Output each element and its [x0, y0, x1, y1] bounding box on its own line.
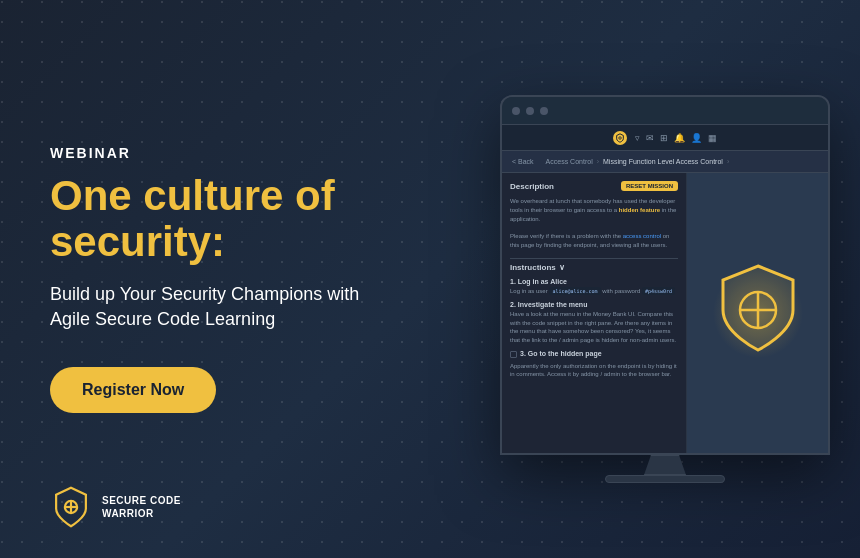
heading-line1: One culture of	[50, 172, 335, 219]
sub-heading: Build up Your Security Champions with Ag…	[50, 282, 370, 332]
monitor-icons-bar: ▿ ✉ ⊞ 🔔 👤 ▦	[502, 125, 828, 151]
breadcrumb-item2: Missing Function Level Access Control	[603, 158, 723, 165]
step1-code2: #p4ssw0rd	[642, 287, 675, 295]
desc-link: access control	[623, 233, 661, 239]
main-heading: One culture of security:	[50, 173, 370, 265]
dot-1	[512, 107, 520, 115]
dot-3	[540, 107, 548, 115]
step-3: 3. Go to the hidden page Apparently the …	[510, 350, 678, 379]
user-icon: 👤	[691, 133, 702, 143]
description-text2: Please verify if there is a problem with…	[510, 232, 678, 250]
monitor-stand	[630, 455, 700, 475]
step2-title: 2. Investigate the menu	[510, 301, 678, 308]
svg-point-5	[619, 136, 622, 139]
webinar-label: WEBINAR	[50, 145, 370, 161]
step1-text: Log in as user alice@alice.com with pass…	[510, 287, 678, 295]
logo-line2: WARRIOR	[102, 507, 181, 520]
step1-code: alice@alice.com	[549, 287, 600, 295]
step3-text: Apparently the only authorization on the…	[510, 362, 678, 379]
step-2: 2. Investigate the menu Have a look at t…	[510, 301, 678, 344]
monitor: ▿ ✉ ⊞ 🔔 👤 ▦ < Back Access Control › Miss…	[500, 95, 830, 455]
left-panel: Description RESET MISSION We overheard a…	[502, 173, 687, 453]
dot-2	[526, 107, 534, 115]
step2-text: Have a look at the menu in the Money Ban…	[510, 310, 678, 344]
left-content: WEBINAR One culture of security: Build u…	[0, 0, 420, 558]
app-content: Description RESET MISSION We overheard a…	[502, 173, 828, 453]
back-button[interactable]: < Back	[512, 158, 534, 165]
logo-line1: SECURE CODE	[102, 494, 181, 507]
logo-shield-icon	[50, 486, 92, 528]
description-section-title: Description RESET MISSION	[510, 181, 678, 191]
grid-icon: ⊞	[660, 133, 668, 143]
right-content: ▿ ✉ ⊞ 🔔 👤 ▦ < Back Access Control › Miss…	[420, 0, 860, 558]
desc-text3: Please verify if there is a problem with…	[510, 233, 621, 239]
logo-area: SECURE CODE WARRIOR	[50, 486, 181, 528]
step3-checkbox[interactable]	[510, 351, 517, 358]
step3-checkbox-row: 3. Go to the hidden page	[510, 350, 678, 359]
right-panel	[687, 173, 828, 453]
chevron-down-icon: ∨	[559, 263, 565, 272]
nav-icons: ▿ ✉ ⊞ 🔔 👤 ▦	[635, 133, 717, 143]
reset-mission-button[interactable]: RESET MISSION	[621, 181, 678, 191]
description-text: We overheard at lunch that somebody has …	[510, 197, 678, 224]
monitor-wrapper: ▿ ✉ ⊞ 🔔 👤 ▦ < Back Access Control › Miss…	[500, 95, 830, 483]
monitor-topbar	[502, 97, 828, 125]
instructions-label: Instructions	[510, 263, 556, 272]
step-1: 1. Log in as Alice Log in as user alice@…	[510, 278, 678, 295]
big-shield-icon	[708, 258, 808, 368]
breadcrumb-sep2: ›	[727, 158, 729, 165]
breadcrumb-item1: Access Control	[546, 158, 593, 165]
desc-highlight: hidden feature	[619, 207, 660, 213]
wifi-icon: ▿	[635, 133, 640, 143]
divider	[510, 258, 678, 259]
step3-title: 3. Go to the hidden page	[520, 350, 602, 357]
bell-icon: 🔔	[674, 133, 685, 143]
heading-line2: security:	[50, 218, 225, 265]
calendar-icon: ▦	[708, 133, 717, 143]
register-button[interactable]: Register Now	[50, 367, 216, 413]
main-container: WEBINAR One culture of security: Build u…	[0, 0, 860, 558]
description-label: Description	[510, 182, 554, 191]
monitor-base	[605, 475, 725, 483]
shield-badge-icon	[613, 131, 627, 145]
step1-title: 1. Log in as Alice	[510, 278, 678, 285]
breadcrumb-sep1: ›	[597, 158, 599, 165]
instructions-section-title: Instructions ∨	[510, 263, 678, 272]
envelope-icon: ✉	[646, 133, 654, 143]
breadcrumb: < Back Access Control › Missing Function…	[502, 151, 828, 173]
logo-text: SECURE CODE WARRIOR	[102, 494, 181, 520]
